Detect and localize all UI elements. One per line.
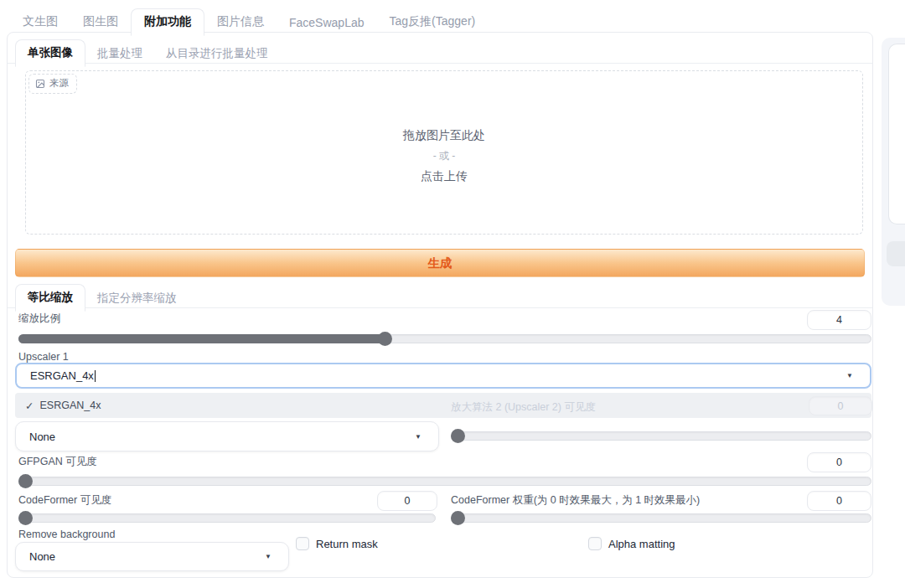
upscaler2-slider-handle[interactable] xyxy=(451,429,465,443)
alpha-matting-checkbox[interactable] xyxy=(588,537,602,550)
source-tab-bar: 单张图像 批量处理 从目录进行批量处理 xyxy=(15,39,280,67)
gfpgan-value-input[interactable] xyxy=(807,452,871,472)
gfpgan-slider-handle[interactable] xyxy=(18,474,33,488)
image-drop-zone[interactable]: 来源 拖放图片至此处 - 或 - 点击上传 xyxy=(25,70,863,235)
tab-tagger[interactable]: Tag反推(Tagger) xyxy=(377,9,489,35)
gfpgan-slider[interactable] xyxy=(18,474,871,488)
upscaler1-option-esrgan[interactable]: ✓ ESRGAN_4x xyxy=(25,393,101,418)
tab-scale-by[interactable]: 等比缩放 xyxy=(15,284,85,312)
rembg-label: Remove background xyxy=(18,529,115,540)
upscaler1-value: ESRGAN_4x xyxy=(30,369,94,382)
codeformer-visibility-label: CodeFormer 可见度 xyxy=(18,493,111,508)
chevron-down-icon[interactable]: ▼ xyxy=(846,372,853,379)
codeformer-weight-label: CodeFormer 权重(为 0 时效果最大，为 1 时效果最小) xyxy=(451,493,700,508)
tab-extras[interactable]: 附加功能 xyxy=(131,8,204,36)
upscaler2-visibility-slider[interactable] xyxy=(451,429,871,443)
image-icon xyxy=(35,79,45,89)
codeformer-weight-slider[interactable] xyxy=(451,511,871,525)
return-mask-checkbox[interactable] xyxy=(296,537,309,550)
chevron-down-icon[interactable]: ▼ xyxy=(265,553,272,560)
output-action-button[interactable] xyxy=(887,241,905,266)
tab-png-info[interactable]: 图片信息 xyxy=(204,9,277,35)
tab-txt2img[interactable]: 文生图 xyxy=(10,9,70,35)
tab-batch-from-directory[interactable]: 从目录进行批量处理 xyxy=(154,41,280,67)
resize-slider-handle[interactable] xyxy=(378,332,392,346)
click-upload-line[interactable]: 点击上传 xyxy=(26,169,862,184)
drop-or-line: - 或 - xyxy=(26,149,862,163)
codeformer-visibility-track xyxy=(18,513,436,523)
rembg-value: None xyxy=(29,550,55,563)
source-badge: 来源 xyxy=(28,74,77,94)
codeformer-visibility-slider[interactable] xyxy=(18,511,436,525)
resize-label: 缩放比例 xyxy=(18,312,60,326)
codeformer-weight-track xyxy=(451,513,871,523)
resize-slider-fill xyxy=(18,334,385,343)
chevron-down-icon[interactable]: ▼ xyxy=(415,433,421,441)
resize-value-input[interactable] xyxy=(807,310,871,330)
upscaler1-dropdown[interactable]: ESRGAN_4x ▼ xyxy=(15,363,871,389)
rembg-dropdown[interactable]: None ▼ xyxy=(15,542,289,571)
upscaler1-option-label: ESRGAN_4x xyxy=(39,400,101,411)
output-gallery xyxy=(888,44,905,224)
tab-img2img[interactable]: 图生图 xyxy=(70,9,131,35)
gfpgan-label: GFPGAN 可见度 xyxy=(18,455,97,469)
upscaler2-slider-track xyxy=(451,431,871,441)
codeformer-visibility-input[interactable] xyxy=(377,491,437,511)
upscaler1-label: Upscaler 1 xyxy=(18,351,69,363)
upscaler2-visibility-label: 放大算法 2 (Upscaler 2) 可见度 xyxy=(451,400,596,415)
tab-faceswaplab[interactable]: FaceSwapLab xyxy=(277,11,377,35)
drop-text-line: 拖放图片至此处 xyxy=(26,128,862,143)
tab-scale-to[interactable]: 指定分辨率缩放 xyxy=(85,286,189,312)
generate-button[interactable]: 生成 xyxy=(15,249,865,277)
upscaler1-options-list: ✓ ESRGAN_4x 放大算法 2 (Upscaler 2) 可见度 xyxy=(15,393,871,418)
upscaler2-visibility-input xyxy=(809,396,872,415)
drop-instructions: 拖放图片至此处 - 或 - 点击上传 xyxy=(26,128,862,184)
codeformer-weight-input[interactable] xyxy=(807,491,871,511)
upscaler2-dropdown[interactable]: None ▼ xyxy=(15,421,439,451)
upscaler2-value: None xyxy=(29,431,55,443)
tab-batch-process[interactable]: 批量处理 xyxy=(85,41,154,67)
resize-slider[interactable] xyxy=(18,332,871,346)
extras-page: 文生图 图生图 附加功能 图片信息 FaceSwapLab Tag反推(Tagg… xyxy=(0,0,905,588)
return-mask-label[interactable]: Return mask xyxy=(316,538,378,550)
alpha-matting-label[interactable]: Alpha matting xyxy=(608,538,675,550)
check-icon: ✓ xyxy=(25,400,34,412)
tab-single-image[interactable]: 单张图像 xyxy=(15,39,85,67)
generate-button-label: 生成 xyxy=(428,255,452,271)
codeformer-visibility-handle[interactable] xyxy=(18,511,33,525)
gfpgan-slider-track xyxy=(18,477,871,486)
scale-tab-bar: 等比缩放 指定分辨率缩放 xyxy=(15,284,189,312)
codeformer-weight-handle[interactable] xyxy=(451,511,465,525)
top-tab-bar: 文生图 图生图 附加功能 图片信息 FaceSwapLab Tag反推(Tagg… xyxy=(10,8,488,35)
source-badge-label: 来源 xyxy=(49,77,69,90)
text-cursor xyxy=(95,370,96,382)
